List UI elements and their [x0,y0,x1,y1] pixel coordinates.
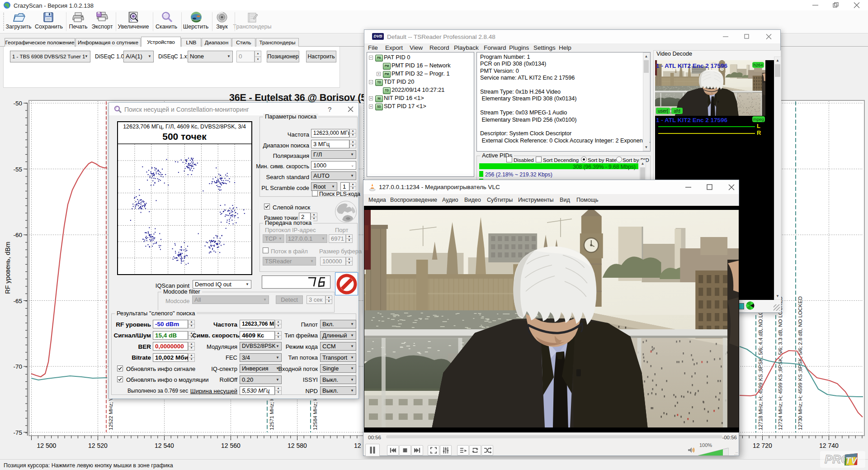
svg-text:12 540: 12 540 [155,442,174,449]
svg-text:-70: -70 [13,363,22,370]
svg-text:12 580: 12 580 [288,442,307,449]
svg-text:-55: -55 [13,166,22,173]
svg-text:12 740: 12 740 [819,442,839,449]
svg-text:-60: -60 [13,232,22,238]
svg-text:12 720: 12 720 [753,442,772,449]
svg-text:RF уровень, dBm: RF уровень, dBm [4,242,11,294]
svg-text:12 520: 12 520 [88,442,108,449]
svg-text:TV: TV [845,456,858,465]
svg-text:-75: -75 [13,429,22,436]
svg-text:-50: -50 [13,100,22,107]
svg-text:12 560: 12 560 [221,442,241,449]
svg-text:12718 MHz; H; 4599 KS ;8PSK, 5: 12718 MHz; H; 4599 KS ;8PSK, 5/6; 4.4 dB… [758,296,763,430]
svg-text:12730 MHz; H; 4599 KS ;8PSK, 5: 12730 MHz; H; 4599 KS ;8PSK, 5/6; 2.8 dB… [797,296,803,430]
svg-text:12 500: 12 500 [37,442,57,449]
svg-text:-65: -65 [13,298,22,304]
